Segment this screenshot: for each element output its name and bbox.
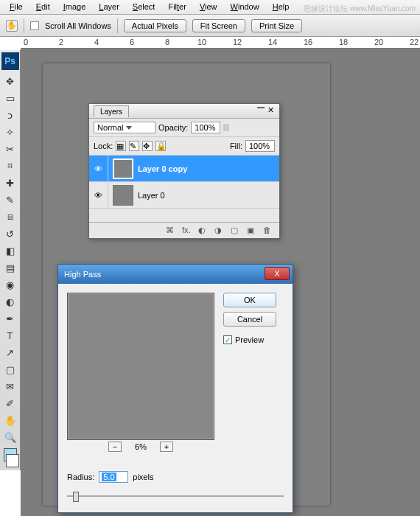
ok-button[interactable]: OK: [223, 293, 276, 307]
layer-name[interactable]: Layer 0 copy: [138, 164, 187, 173]
move-tool-icon[interactable]: ✥: [2, 73, 18, 89]
blend-mode-select[interactable]: Normal: [94, 122, 155, 133]
options-bar: ✋ Scroll All Windows Actual Pixels Fit S…: [0, 15, 420, 37]
gradient-tool-icon[interactable]: ▤: [2, 259, 18, 276]
dodge-tool-icon[interactable]: ◐: [2, 293, 18, 310]
visibility-icon[interactable]: 👁: [89, 156, 108, 182]
lock-all-icon[interactable]: 🔒: [155, 141, 166, 151]
chevron-down-icon: [126, 126, 132, 130]
marquee-tool-icon[interactable]: ▭: [2, 90, 18, 106]
type-tool-icon[interactable]: T: [2, 327, 18, 344]
menu-filter[interactable]: Filter: [161, 0, 192, 14]
ruler-horizontal: 0246810121416182022: [21, 37, 420, 49]
radius-label: Radius:: [67, 473, 94, 481]
lock-move-icon[interactable]: ✥: [142, 141, 153, 151]
dialog-title: High Pass: [64, 270, 101, 279]
trash-icon[interactable]: 🗑: [263, 226, 273, 236]
close-icon[interactable]: ✕: [267, 105, 276, 114]
lock-transparent-icon[interactable]: ▦: [116, 141, 126, 151]
zoom-tool-icon[interactable]: 🔍: [2, 429, 18, 445]
fx-icon[interactable]: fx.: [182, 226, 192, 236]
pen-tool-icon[interactable]: ✒: [2, 310, 18, 327]
opacity-label: Opacity:: [158, 123, 188, 132]
radius-slider[interactable]: [67, 490, 284, 502]
layers-footer: ⌘ fx. ◐ ◑ ▢ ▣ 🗑: [89, 222, 279, 238]
crop-tool-icon[interactable]: ✂: [2, 141, 18, 157]
wand-tool-icon[interactable]: ✧: [2, 124, 18, 140]
blur-tool-icon[interactable]: ◉: [2, 276, 18, 293]
layer-row[interactable]: 👁 Layer 0 copy: [89, 156, 279, 182]
layers-tab[interactable]: Layers: [94, 105, 129, 117]
actual-pixels-button[interactable]: Actual Pixels: [124, 19, 186, 32]
menu-file[interactable]: FFileile: [3, 0, 29, 14]
background-color[interactable]: [6, 454, 19, 467]
cancel-button[interactable]: Cancel: [223, 312, 276, 327]
path-tool-icon[interactable]: ↗: [2, 344, 18, 360]
watermark: 思缘设计论坛 www.MissYuan.com: [304, 4, 416, 14]
radius-input[interactable]: 5.0: [99, 471, 128, 483]
preview-checkbox[interactable]: ✓: [223, 335, 232, 344]
stamp-tool-icon[interactable]: ⧇: [2, 209, 18, 225]
scroll-all-checkbox[interactable]: [30, 21, 39, 30]
menu-image[interactable]: Image: [57, 0, 93, 14]
minimize-icon[interactable]: [257, 107, 265, 108]
layer-row[interactable]: 👁 Layer 0: [89, 182, 279, 209]
hand-tool-icon[interactable]: ✋: [2, 412, 18, 428]
adjustment-icon[interactable]: ◑: [214, 226, 225, 236]
folder-icon[interactable]: ▢: [231, 226, 241, 236]
high-pass-dialog: High Pass X − 6% + OK Cancel ✓ Preview R…: [57, 264, 293, 513]
slice-tool-icon[interactable]: ⌗: [2, 158, 18, 174]
visibility-icon[interactable]: 👁: [89, 182, 108, 209]
menu-help[interactable]: Help: [266, 0, 296, 14]
notes-tool-icon[interactable]: ✉: [2, 378, 18, 394]
fill-label: Fill:: [230, 142, 242, 150]
new-layer-icon[interactable]: ▣: [247, 226, 257, 236]
dialog-titlebar[interactable]: High Pass X: [58, 265, 293, 284]
scroll-all-label: Scroll All Windows: [45, 21, 111, 30]
mask-icon[interactable]: ◐: [198, 226, 209, 236]
menu-view[interactable]: View: [193, 0, 224, 14]
radius-unit: pixels: [133, 473, 153, 481]
close-button[interactable]: X: [265, 267, 290, 280]
menu-edit[interactable]: Edit: [29, 0, 57, 14]
menu-window[interactable]: Window: [224, 0, 266, 14]
opacity-input[interactable]: 100%: [191, 122, 220, 133]
slider-thumb[interactable]: [73, 492, 79, 502]
link-icon[interactable]: ⌘: [166, 226, 176, 236]
history-brush-icon[interactable]: ↺: [2, 226, 18, 242]
lock-label: Lock:: [94, 142, 113, 150]
ps-logo-icon: Ps: [1, 52, 19, 70]
layer-name[interactable]: Layer 0: [138, 191, 165, 200]
menu-select[interactable]: Select: [126, 0, 162, 14]
lock-brush-icon[interactable]: ✎: [129, 141, 139, 151]
layer-thumbnail[interactable]: [113, 158, 133, 179]
preview-label: Preview: [235, 335, 264, 344]
fill-input[interactable]: 100%: [245, 140, 275, 152]
hand-tool-icon[interactable]: ✋: [6, 20, 18, 32]
eyedropper-tool-icon[interactable]: ✐: [2, 395, 18, 411]
brush-tool-icon[interactable]: ✎: [2, 192, 18, 208]
toolbox: Ps ✥ ▭ ↄ ✧ ✂ ⌗ ✚ ✎ ⧇ ↺ ◧ ▤ ◉ ◐ ✒ T ↗ ▢ ✉…: [0, 50, 21, 470]
preview-image[interactable]: [67, 293, 214, 440]
layer-thumbnail[interactable]: [113, 185, 133, 206]
layers-panel: Layers ✕ Normal Opacity: 100% Lock: ▦ ✎ …: [88, 103, 280, 239]
zoom-out-button[interactable]: −: [108, 442, 122, 452]
shape-tool-icon[interactable]: ▢: [2, 361, 18, 377]
menu-layer[interactable]: Layer: [92, 0, 126, 14]
lasso-tool-icon[interactable]: ↄ: [2, 107, 18, 123]
opacity-arrow-icon[interactable]: [223, 124, 229, 131]
fit-screen-button[interactable]: Fit Screen: [192, 19, 245, 32]
zoom-in-button[interactable]: +: [160, 442, 173, 452]
print-size-button[interactable]: Print Size: [251, 19, 302, 32]
zoom-percent: 6%: [135, 442, 147, 451]
heal-tool-icon[interactable]: ✚: [2, 175, 18, 191]
eraser-tool-icon[interactable]: ◧: [2, 243, 18, 259]
